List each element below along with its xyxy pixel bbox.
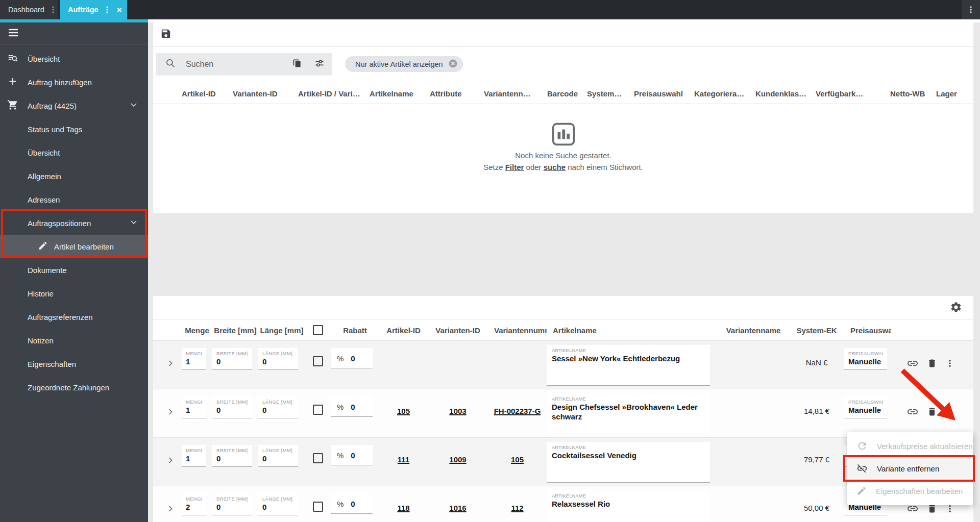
sidebar-item-label: Eigenschaften <box>28 360 76 368</box>
expand-row-icon[interactable] <box>162 438 182 467</box>
row-checkbox[interactable] <box>313 356 323 366</box>
row-checkbox[interactable] <box>313 405 323 415</box>
field-label: MENGE <box>186 448 202 453</box>
sidebar-item-eigenschaften[interactable]: Eigenschaften <box>0 352 148 376</box>
breite-field[interactable]: BREITE [MM] 0 <box>212 348 252 370</box>
column-header: Kategoriera… <box>694 89 755 98</box>
laenge-field[interactable]: LÄNGE [MM] 0 <box>258 396 298 418</box>
positions-header-row: Menge Breite [mm] Länge [mm] Rabatt Arti… <box>153 319 973 341</box>
sidebar-item-label: Notizen <box>28 336 54 345</box>
refresh-icon <box>856 440 868 452</box>
preisauswahl-field[interactable]: PREISAUSWAHL Manuelle <box>844 348 887 370</box>
field-value: 0 <box>262 503 294 511</box>
artikel-id-link[interactable]: 105 <box>397 407 410 415</box>
artikelname-value: Relaxsessel Rio <box>552 500 705 509</box>
expand-row-icon[interactable] <box>162 389 182 419</box>
laenge-field[interactable]: LÄNGE [MM] 0 <box>258 493 298 515</box>
varianten-id-link[interactable]: 1016 <box>449 504 466 512</box>
expand-row-icon[interactable] <box>162 486 182 516</box>
varianten-id-link[interactable]: 1009 <box>449 455 466 464</box>
link-variant-icon[interactable] <box>906 357 919 371</box>
tab-context-menu-icon[interactable] <box>104 6 111 14</box>
breite-field[interactable]: BREITE [MM] 0 <box>212 396 252 418</box>
sidebar-item-auftragsreferenzen[interactable]: Auftragsreferenzen <box>0 305 148 329</box>
menge-field[interactable]: MENGE 2 <box>182 493 206 515</box>
variantennummer-link[interactable]: 105 <box>511 455 524 464</box>
sidebar-item-übersicht[interactable]: Übersicht <box>0 47 148 70</box>
menge-field[interactable]: MENGE 1 <box>182 348 206 370</box>
rabatt-field[interactable]: % 0 <box>331 396 373 417</box>
sidebar-item-übersicht[interactable]: Übersicht <box>0 141 148 164</box>
artikel-id-link[interactable]: 111 <box>398 455 409 464</box>
trash-icon[interactable] <box>927 504 937 516</box>
field-value: 0 <box>262 357 294 366</box>
search-input[interactable] <box>186 60 292 69</box>
rabatt-field[interactable]: % 0 <box>331 348 373 368</box>
copy-icon[interactable] <box>292 58 302 70</box>
field-label: LÄNGE [MM] <box>262 399 294 405</box>
column-header: Lager <box>936 89 967 98</box>
trash-icon[interactable] <box>927 358 937 370</box>
field-value: 2 <box>186 503 202 511</box>
menu-item-variante-entfernen[interactable]: Variante entfernen <box>847 457 973 480</box>
sidebar-item-notizen[interactable]: Notizen <box>0 329 148 352</box>
filter-link[interactable]: Filter <box>505 163 524 171</box>
artikelname-field[interactable]: ARTIKELNAME Cocktailsessel Venedig <box>547 442 710 483</box>
sidebar-item-dokumente[interactable]: Dokumente <box>0 258 148 282</box>
preisauswahl-field[interactable]: PREISAUSWAHL Manuelle <box>844 396 887 418</box>
field-value: 0 <box>351 354 355 363</box>
filter-tune-icon[interactable] <box>314 58 325 70</box>
tab-context-menu-icon[interactable] <box>50 6 57 14</box>
row-kebab-menu-icon[interactable] <box>945 358 954 371</box>
row-checkbox[interactable] <box>313 502 323 512</box>
tab-dashboard[interactable]: Dashboard <box>0 0 58 19</box>
rabatt-field[interactable]: % 0 <box>331 493 373 514</box>
rabatt-field[interactable]: % 0 <box>331 445 373 465</box>
trash-icon[interactable] <box>927 407 937 419</box>
tab-close-icon[interactable]: × <box>117 6 122 14</box>
variantennummer-link[interactable]: 112 <box>511 504 523 512</box>
gear-icon[interactable] <box>950 301 962 315</box>
artikelname-field[interactable]: ARTIKELNAME Sessel »New York« Echtlederb… <box>547 345 710 386</box>
system-ek-value: 50,00 € <box>789 486 844 512</box>
tab-auftraege[interactable]: Aufträge × <box>60 0 127 19</box>
sidebar-item-adressen[interactable]: Adressen <box>0 188 148 211</box>
chip-remove-icon[interactable] <box>448 59 458 70</box>
sidebar-item-label: Adressen <box>28 195 60 204</box>
select-all-checkbox[interactable] <box>313 325 323 335</box>
sidebar-item-auftrag-4425-[interactable]: Auftrag (4425) <box>0 94 148 117</box>
sidebar-item-allgemein[interactable]: Allgemein <box>0 164 148 188</box>
breite-field[interactable]: BREITE [MM] 0 <box>212 493 252 515</box>
variantennummer-link[interactable]: FH-002237-G <box>494 407 541 415</box>
sidebar-item-artikel-bearbeiten[interactable]: Artikel bearbeiten <box>0 235 148 258</box>
filter-chip-active-articles[interactable]: Nur aktive Artikel anzeigen <box>345 56 463 72</box>
artikelname-field[interactable]: ARTIKELNAME Design Chefsessel »Brookhave… <box>547 393 710 434</box>
row-checkbox[interactable] <box>313 453 323 463</box>
sidebar-item-auftrag-hinzufügen[interactable]: Auftrag hinzufügen <box>0 70 148 94</box>
sidebar-item-auftragspositionen[interactable]: Auftragspositionen <box>0 211 148 235</box>
sidebar-item-status-und-tags[interactable]: Status und Tags <box>0 117 148 141</box>
search-link[interactable]: suche <box>544 163 566 171</box>
artikelname-field[interactable]: ARTIKELNAME Relaxsessel Rio <box>547 490 710 522</box>
menu-item-label: Eigenschaften bearbeiten <box>876 487 963 495</box>
sidebar-item-historie[interactable]: Historie <box>0 282 148 305</box>
artikelname-value: Cocktailsessel Venedig <box>552 451 705 461</box>
sidebar-item-label: Auftragsreferenzen <box>28 313 93 321</box>
sidebar-item-label: Allgemein <box>28 172 61 181</box>
artikel-id-link[interactable]: 118 <box>397 504 409 512</box>
column-header: System-EK <box>789 326 844 335</box>
row-kebab-menu-icon[interactable] <box>945 406 954 419</box>
breite-field[interactable]: BREITE [MM] 0 <box>212 445 252 467</box>
link-variant-icon[interactable] <box>906 406 919 420</box>
laenge-field[interactable]: LÄNGE [MM] 0 <box>258 348 298 370</box>
menge-field[interactable]: MENGE 1 <box>182 445 206 467</box>
varianten-id-link[interactable]: 1003 <box>449 407 466 415</box>
row-context-menu: Verkaufspreise aktualisieren Variante en… <box>847 432 973 505</box>
save-button[interactable] <box>160 28 172 41</box>
laenge-field[interactable]: LÄNGE [MM] 0 <box>258 445 298 467</box>
sidebar-collapse-button[interactable] <box>0 22 148 45</box>
window-menu-button[interactable] <box>962 0 980 19</box>
expand-row-icon[interactable] <box>162 341 182 370</box>
sidebar-item-zugeordnete-zahlungen[interactable]: Zugeordnete Zahlungen <box>0 376 148 399</box>
menge-field[interactable]: MENGE 1 <box>182 396 206 418</box>
